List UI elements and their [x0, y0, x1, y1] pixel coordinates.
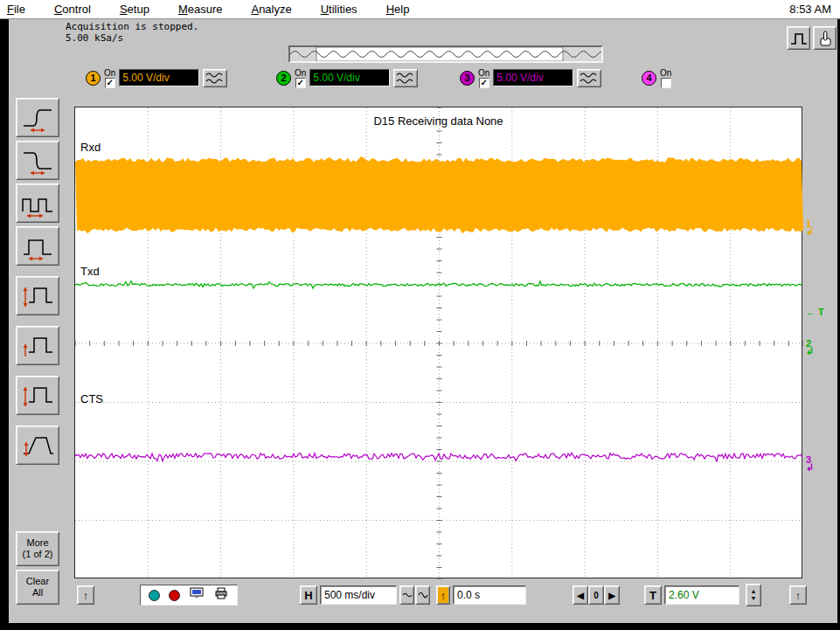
channel-3-on-label: On — [478, 68, 489, 78]
delay-right-button[interactable]: ▶ — [604, 585, 620, 605]
glitch-icon — [20, 189, 55, 218]
edge-rising-icon — [20, 103, 55, 133]
screen-icon — [189, 587, 205, 600]
horizontal-menu-button[interactable]: H — [300, 585, 317, 605]
menu-setup[interactable]: Setup — [120, 3, 149, 16]
oscilloscope-screen: File Control Setup Measure Analyze Utili… — [0, 0, 840, 630]
trigger-edge-rising-button[interactable] — [16, 98, 59, 137]
quick-actions-panel — [140, 585, 238, 606]
acquisition-status-line: Acquisition is stopped. — [66, 21, 198, 32]
trigger-window-button[interactable] — [16, 276, 59, 315]
trigger-pulse-width-button[interactable] — [16, 226, 59, 266]
hand-icon — [816, 30, 834, 47]
channel-1-on-checkbox[interactable]: ✓ — [105, 78, 115, 88]
trigger-level-spinner[interactable]: ▲ ▼ — [746, 584, 761, 606]
channel-2-on-label: On — [295, 68, 306, 78]
menu-utilities[interactable]: Utilities — [321, 3, 358, 16]
spinner-down-icon[interactable]: ▼ — [751, 595, 757, 602]
sample-rate: 5.00 kSa/s — [66, 32, 198, 44]
trigger-level-field[interactable]: 2.60 V — [664, 585, 739, 605]
trigger-transition-button[interactable] — [16, 426, 59, 465]
transition-trigger-icon — [20, 431, 55, 460]
timeout-trigger-icon — [20, 381, 55, 411]
acquisition-preview-bar[interactable] — [288, 45, 603, 63]
stop-button[interactable] — [169, 590, 180, 601]
channel-3-scale-field[interactable]: 5.00 V/div — [493, 69, 573, 87]
pulse-icon — [789, 30, 809, 47]
marker-t[interactable]: ← T — [806, 308, 824, 317]
bottom-control-bar: ↑ — [9, 584, 837, 613]
menu-analyze[interactable]: Analyze — [251, 3, 291, 16]
large-sine-icon — [418, 590, 428, 600]
channel-2-on-checkbox[interactable]: ✓ — [295, 78, 306, 88]
marker-column: 1↲← T2↲3↲ — [806, 107, 837, 583]
plot-title: D15 Receiving data None — [75, 114, 802, 128]
delay-field[interactable]: 0.0 s — [453, 585, 526, 605]
runt-trigger-icon — [20, 331, 55, 361]
trigger-runt-button[interactable] — [16, 326, 59, 365]
ac-coupling-icon — [579, 71, 600, 86]
channel-4-on-label: On — [660, 68, 671, 78]
delay-zero-button[interactable]: 0 — [588, 585, 604, 605]
waveform-display: D15 Receiving data None RxdTxdCTS — [74, 107, 802, 578]
channel-4-on-checkbox[interactable] — [661, 78, 671, 88]
bottom-left-arrow-button[interactable]: ↑ — [77, 585, 94, 605]
channel-2-badge: 2 — [276, 71, 291, 86]
printer-icon — [213, 587, 229, 600]
trigger-timeout-button[interactable] — [16, 376, 59, 415]
channel-2-coupling-button[interactable] — [393, 69, 418, 87]
pulse-width-icon — [20, 232, 55, 261]
bottom-right-arrow-button[interactable]: ↑ — [789, 585, 807, 605]
menu-file[interactable]: File — [7, 3, 25, 16]
trigger-glitch-button[interactable] — [16, 183, 59, 223]
trigger-menu-button[interactable]: T — [644, 585, 662, 605]
pulse-mode-button[interactable] — [787, 26, 810, 50]
channel-2-controls: 2 On ✓ 5.00 V/div — [276, 66, 418, 89]
menu-measure[interactable]: Measure — [178, 3, 223, 16]
menu-control[interactable]: Control — [54, 3, 91, 16]
delay-left-button[interactable]: ◀ — [573, 585, 588, 605]
small-sine-icon — [402, 591, 413, 599]
channel-1-coupling-button[interactable] — [203, 69, 227, 87]
edge-falling-icon — [20, 146, 55, 176]
marker-3[interactable]: 3↲ — [806, 455, 814, 473]
channel-3-controls: 3 On ✓ 5.00 V/div — [460, 66, 601, 89]
ac-coupling-icon — [205, 71, 226, 86]
screen-capture-button[interactable] — [189, 587, 205, 604]
timebase-field[interactable]: 500 ms/div — [320, 585, 397, 605]
menubar: File Control Setup Measure Analyze Utili… — [0, 0, 840, 19]
clock: 8:53 AM — [789, 3, 831, 16]
channel-3-on-checkbox[interactable]: ✓ — [479, 78, 489, 88]
run-button[interactable] — [149, 590, 160, 601]
trigger-edge-falling-button[interactable] — [16, 141, 59, 180]
touch-pointer-button[interactable] — [813, 26, 837, 50]
channel-1-controls: 1 On ✓ 5.00 V/div — [86, 66, 227, 89]
scope-main-area: Acquisition is stopped. 5.00 kSa/s — [9, 19, 837, 623]
channel-3-coupling-button[interactable] — [577, 69, 601, 87]
signal-label-rxd: Rxd — [80, 141, 101, 154]
horizontal-zoom-button[interactable] — [415, 585, 430, 605]
channel-4-badge: 4 — [642, 71, 656, 86]
channel-1-on-label: On — [104, 68, 115, 78]
channel-1-badge: 1 — [86, 71, 101, 86]
horizontal-vernier-button[interactable] — [399, 585, 414, 605]
acquisition-status: Acquisition is stopped. 5.00 kSa/s — [66, 21, 198, 44]
print-button[interactable] — [213, 587, 229, 604]
preview-waveform-icon — [290, 47, 601, 61]
channel-3-badge: 3 — [460, 71, 475, 86]
ac-coupling-icon — [395, 71, 416, 86]
signal-label-cts: CTS — [80, 392, 103, 405]
window-trigger-icon — [20, 281, 55, 311]
channel-1-scale-field[interactable]: 5.00 V/div — [119, 69, 199, 87]
channel-4-controls: 4 On — [642, 66, 671, 89]
more-triggers-button[interactable]: More (1 of 2) — [16, 531, 59, 566]
channel-2-scale-field[interactable]: 5.00 V/div — [309, 69, 390, 87]
signal-label-txd: Txd — [80, 265, 100, 278]
menu-help[interactable]: Help — [386, 3, 410, 16]
marker-1[interactable]: 1↲ — [806, 219, 814, 237]
timebase-reference-button[interactable]: ↑ — [436, 585, 450, 605]
waveform-traces — [75, 107, 803, 579]
spinner-up-icon[interactable]: ▲ — [751, 588, 757, 595]
marker-2[interactable]: 2↲ — [806, 339, 814, 357]
